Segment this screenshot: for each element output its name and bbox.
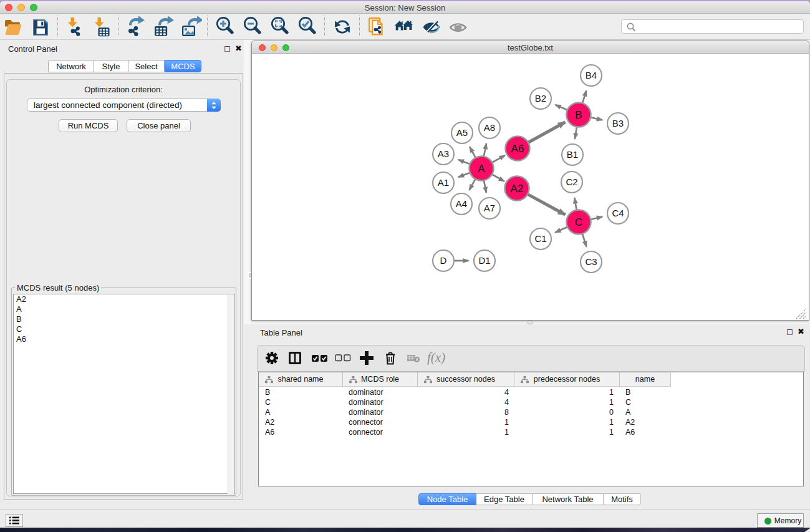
svg-text:B3: B3 [612,118,624,128]
svg-text:A6: A6 [511,143,524,155]
svg-text:C3: C3 [585,256,597,267]
svg-text:B2: B2 [535,93,546,104]
svg-text:B: B [575,109,582,121]
svg-text:B4: B4 [586,70,597,80]
svg-text:A3: A3 [438,148,449,159]
svg-text:C1: C1 [534,233,546,244]
svg-text:A1: A1 [438,177,449,188]
svg-text:D1: D1 [478,255,490,266]
svg-text:A5: A5 [456,127,468,138]
svg-text:D: D [440,255,447,266]
svg-text:A: A [478,163,485,175]
svg-text:C2: C2 [566,177,577,187]
svg-text:C: C [575,216,582,228]
svg-text:C4: C4 [612,208,624,218]
svg-text:A7: A7 [484,203,495,213]
svg-text:B1: B1 [567,149,578,160]
svg-text:A8: A8 [484,122,495,133]
svg-text:A4: A4 [456,198,467,209]
svg-text:A2: A2 [511,183,524,195]
